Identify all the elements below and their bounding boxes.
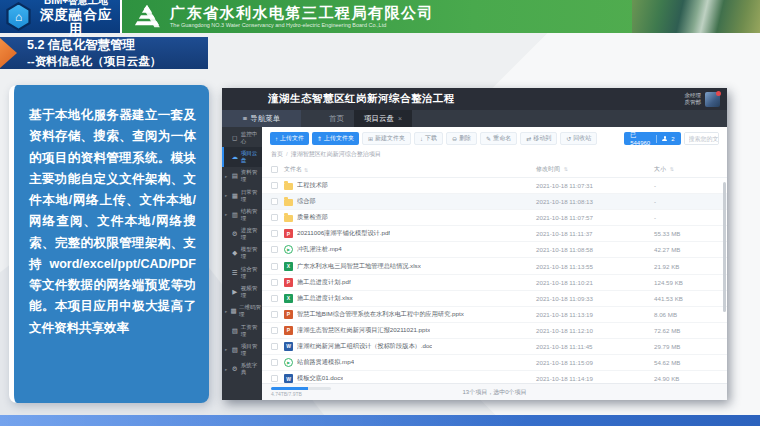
sidebar-item-进度管理[interactable]: ⚙进度管理 [222, 224, 262, 243]
search-input[interactable] [685, 133, 719, 144]
selection-summary: 13个项目，选中0个项目 [262, 388, 727, 397]
row-checkbox[interactable] [271, 246, 278, 253]
column-modified[interactable]: 修改时间 ⇅ [536, 165, 654, 174]
storage-badge[interactable]: 已544960 2 [624, 132, 680, 145]
file-name[interactable]: 综合部 [297, 197, 316, 206]
breadcrumb-home[interactable]: 首页 [271, 151, 283, 157]
sidebar-item-系统字典[interactable]: ▸⚙系统字典 [222, 360, 262, 379]
tab-首页[interactable]: 首页 [319, 110, 354, 127]
file-name[interactable]: 潼湖红岗新河施工组织设计（投标阶段版本）.doc [297, 342, 432, 351]
sidebar-item-label: 进度管理 [241, 227, 262, 241]
file-name-cell: P20211006潼湖平铺化模型设计.pdf [284, 229, 536, 238]
移动到-button[interactable]: ⇄移动到 [520, 132, 557, 145]
row-checkbox[interactable] [271, 375, 278, 382]
row-checkbox[interactable] [271, 198, 278, 205]
table-row[interactable]: X广东水利水电三局智慧工地管理总结情况.xlsx2021-10-18 11:13… [262, 258, 727, 274]
chevron-right-icon: ▸ [225, 309, 228, 314]
breadcrumb: 首页/潼湖智慧区红岗新河综合整治项目 [262, 149, 727, 162]
folder-icon: ▤ [231, 172, 239, 180]
row-checkbox[interactable] [271, 311, 278, 318]
table-row[interactable]: W模板交底01.docx2021-10-18 11:14:1924.90 KB [262, 371, 727, 383]
重命名-button[interactable]: ✎重命名 [480, 132, 517, 145]
删除-button[interactable]: ⊖删除 [446, 132, 477, 145]
column-filename[interactable]: 文件名 ⇅ [284, 165, 536, 174]
scrollbar[interactable] [723, 182, 726, 312]
table-row[interactable]: P智慧工地BIM综合管理系统在水利水电工程中的应用研究.pptx2021-10-… [262, 307, 727, 323]
file-name[interactable]: 站前路贯通模拟.mp4 [297, 358, 354, 367]
下载-button[interactable]: ↓下载 [414, 132, 443, 145]
brand-block: ⌂ BIM+智慧工地 深度融合应用 [0, 0, 122, 33]
file-name-cell: X广东水利水电三局智慧工地管理总结情况.xlsx [284, 262, 536, 271]
close-icon[interactable]: × [398, 115, 402, 122]
file-name[interactable]: 模板交底01.docx [297, 374, 343, 383]
file-name[interactable]: 施工总进度计划.xlsx [297, 294, 353, 303]
sidebar-item-label: 项目管理 [241, 343, 262, 357]
cloud-icon: ☁ [231, 153, 239, 161]
table-row[interactable]: P20211006潼湖平铺化模型设计.pdf2021-10-18 11:11:3… [262, 226, 727, 242]
row-checkbox[interactable] [271, 343, 278, 350]
sort-icon[interactable]: ⇅ [304, 167, 308, 173]
file-name[interactable]: 智慧工地BIM综合管理系统在水利水电工程中的应用研究.pptx [297, 310, 464, 319]
sidebar-item-综合管理[interactable]: ☰综合管理 [222, 263, 262, 282]
column-size[interactable]: 大小 ⇅ [654, 165, 718, 174]
sort-icon[interactable]: ⇅ [564, 166, 568, 172]
brand-text: BIM+智慧工地 深度融合应用 [37, 0, 115, 38]
user-info[interactable]: 余经理 质管部 [685, 92, 721, 107]
table-row[interactable]: 综合部2021-10-18 11:08:13- [262, 194, 727, 210]
table-row[interactable]: 质量检查部2021-10-18 11:07:57- [262, 210, 727, 226]
上传文件-button[interactable]: ↑上传文件 [270, 132, 309, 145]
file-modified-date: 2021-10-18 11:11:45 [536, 343, 654, 350]
table-row[interactable]: ▶站前路贯通模拟.mp42021-10-18 11:15:0954.62 MB [262, 355, 727, 371]
file-name[interactable]: 质量检查部 [297, 213, 328, 222]
file-name[interactable]: 施工总进度计划.pdf [297, 278, 351, 287]
table-row[interactable]: 工程技术部2021-10-18 11:07:31- [262, 178, 727, 194]
sidebar-item-结构管理[interactable]: ▸▥结构管理 [222, 205, 262, 224]
table-row[interactable]: X施工总进度计划.xlsx2021-10-18 11:09:33441.53 K… [262, 291, 727, 307]
sidebar-item-日常管理[interactable]: ▸▦日常管理 [222, 186, 262, 205]
select-all-checkbox[interactable] [271, 166, 278, 173]
sidebar-item-label: 日常管理 [241, 189, 262, 203]
row-checkbox[interactable] [271, 295, 278, 302]
row-checkbox[interactable] [271, 214, 278, 221]
move-icon: ⇄ [526, 135, 531, 142]
回收站-button[interactable]: ↺回收站 [560, 132, 597, 145]
sidebar-item-项目云盘[interactable]: ☁项目云盘 [222, 147, 262, 166]
上传文件夹-button[interactable]: ⇑上传文件夹 [312, 132, 359, 145]
table-row[interactable]: P施工总进度计划.pdf2021-10-18 11:10:21124.59 KB [262, 275, 727, 291]
file-name[interactable]: 潼湖生态智慧区红岗新河项目汇报20211021.pptx [297, 326, 430, 335]
sidebar-item-资料管理[interactable]: ▸▤资料管理 [222, 167, 262, 186]
user-count-icon [662, 136, 666, 141]
row-checkbox[interactable] [271, 327, 278, 334]
file-name[interactable]: 冲孔灌注桩.mp4 [297, 245, 342, 254]
file-size: 8.06 MB [654, 311, 718, 318]
新建文件夹-button[interactable]: ⊞新建文件夹 [362, 132, 411, 145]
tab-项目云盘[interactable]: 项目云盘× [354, 110, 412, 127]
avatar[interactable] [705, 92, 720, 107]
file-name-cell: P潼湖生态智慧区红岗新河项目汇报20211021.pptx [284, 326, 536, 335]
table-row[interactable]: P潼湖生态智慧区红岗新河项目汇报20211021.pptx2021-10-18 … [262, 323, 727, 339]
table-row[interactable]: ▶冲孔灌注桩.mp42021-10-18 11:08:5842.27 MB [262, 242, 727, 258]
nav-menu-toggle[interactable]: ≡ 导航菜单 [222, 110, 301, 127]
sidebar-item-视频管理[interactable]: ▶视频管理 [222, 282, 262, 301]
row-checkbox[interactable] [271, 263, 278, 270]
company-header: 广东省水利水电第三工程局有限公司 The Guangdong NO.3 Wate… [122, 0, 760, 33]
file-icon-doc: W [284, 342, 293, 351]
sidebar-item-项目管理[interactable]: ▸▨项目管理 [222, 340, 262, 359]
sidebar-item-监控中心[interactable]: ◻监控中心 [222, 128, 262, 147]
sidebar-item-二维码管理[interactable]: ▸▩二维码管理 [222, 302, 262, 321]
file-name[interactable]: 广东水利水电三局智慧工地管理总结情况.xlsx [297, 262, 421, 271]
header-photo [632, 0, 760, 33]
table-row[interactable]: W潼湖红岗新河施工组织设计（投标阶段版本）.doc2021-10-18 11:1… [262, 339, 727, 355]
row-checkbox[interactable] [271, 182, 278, 189]
file-name-cell: W潼湖红岗新河施工组织设计（投标阶段版本）.doc [284, 342, 536, 351]
sidebar-item-模型管理[interactable]: ◆模型管理 [222, 244, 262, 263]
sort-icon[interactable]: ⇅ [670, 166, 674, 172]
file-name[interactable]: 工程技术部 [297, 181, 328, 190]
sidebar-item-label: 二维码管理 [239, 304, 262, 318]
book-icon: ▥ [231, 211, 239, 219]
row-checkbox[interactable] [271, 279, 278, 286]
sidebar-item-工资管理[interactable]: ▧工资管理 [222, 321, 262, 340]
row-checkbox[interactable] [271, 359, 278, 366]
row-checkbox[interactable] [271, 230, 278, 237]
file-name[interactable]: 20211006潼湖平铺化模型设计.pdf [297, 229, 390, 238]
